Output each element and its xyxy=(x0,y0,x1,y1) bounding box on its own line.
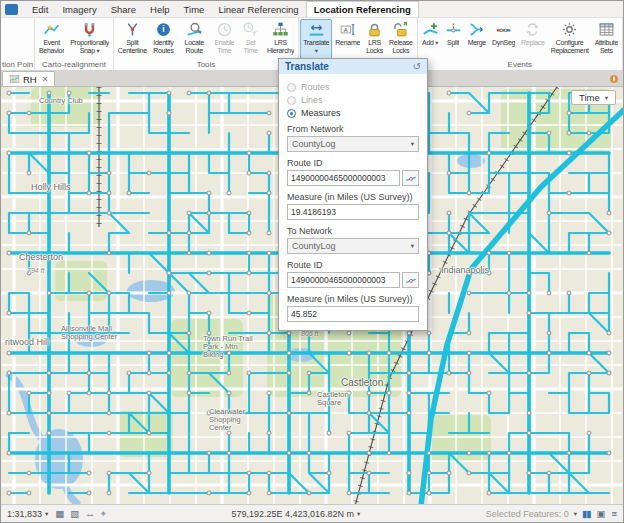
time-filter-dropdown[interactable]: Time ▾ xyxy=(571,90,616,105)
tab-time[interactable]: Time xyxy=(177,2,212,17)
enable-time-icon xyxy=(216,21,233,38)
to-network-combo[interactable]: CountyLog ▾ xyxy=(287,238,419,254)
group-caption: Carto-realignment xyxy=(36,59,112,70)
to-network-label: To Network xyxy=(287,226,419,236)
option-lines: Lines xyxy=(287,95,419,105)
add-button[interactable]: Add ▾ xyxy=(419,19,442,59)
merge-icon xyxy=(468,21,485,38)
option-routes: Routes xyxy=(287,82,419,92)
button-label: Split xyxy=(447,39,459,55)
group-caption: Events xyxy=(419,59,621,70)
from-route-picker-button[interactable] xyxy=(402,170,419,186)
routes-radio[interactable] xyxy=(287,83,296,92)
close-icon[interactable]: ✕ xyxy=(42,75,49,84)
tab-edit[interactable]: Edit xyxy=(25,2,55,17)
chevron-down-icon: ▾ xyxy=(605,94,608,102)
button-label: Proportionally Snap ▾ xyxy=(70,39,109,55)
to-measure-label: Measure (in Miles (US Survey)) xyxy=(287,294,419,304)
button-label: Merge xyxy=(468,39,486,55)
snap-target-icon[interactable]: ⌖ xyxy=(101,509,106,519)
status-bar: 1:31,833▾ ▦▧↔⌖ 579,192.25E 4,423,016.82N… xyxy=(1,504,623,522)
tab-linear-referencing[interactable]: Linear Referencing xyxy=(211,2,305,17)
set-time-filter-icon xyxy=(242,21,259,38)
lrs-hierarchy-button[interactable]: LRS Hierarchy xyxy=(264,19,297,59)
button-label: Configure Replacement xyxy=(551,39,589,55)
tab-imagery[interactable]: Imagery xyxy=(55,2,103,17)
merge-button[interactable]: Merge xyxy=(465,19,489,59)
from-measure-label: Measure (in Miles (US Survey)) xyxy=(287,192,419,202)
to-measure-input[interactable] xyxy=(287,306,419,322)
configure-replacement-button[interactable]: Configure Replacement xyxy=(548,19,592,59)
button-label: Enable Time xyxy=(214,39,234,55)
map-scale-select[interactable]: 1:31,833▾ xyxy=(7,509,48,519)
rename-icon: A xyxy=(339,21,356,38)
to-route-id-input[interactable] xyxy=(287,272,400,288)
lrs-locks-icon xyxy=(366,21,383,38)
grid-icon[interactable]: ▦ xyxy=(55,509,64,519)
configure-replacement-icon xyxy=(561,21,578,38)
event-behavior-icon xyxy=(43,21,60,38)
button-label: Split Centerline ▾ xyxy=(118,39,147,55)
button-label: Add ▾ xyxy=(422,39,438,55)
button-label: Locate Route and Measures ▾ xyxy=(180,39,208,55)
map-tab-rh[interactable]: RH ✕ xyxy=(2,71,55,86)
arcgis-pro-window: EditImageryShareHelpTimeLinear Referenci… xyxy=(0,0,624,523)
to-route-id-label: Route ID xyxy=(287,260,419,270)
button-label: Rename xyxy=(335,39,360,55)
to-route-picker-button[interactable] xyxy=(402,272,419,288)
button-label: Translate ▾ xyxy=(303,39,329,55)
translate-button[interactable]: Translate ▾ xyxy=(300,19,332,59)
catalog-pane-icon[interactable] xyxy=(608,73,620,85)
project-icon[interactable] xyxy=(5,4,18,15)
lrs-locks-button[interactable]: LRS Locks xyxy=(363,19,386,59)
measures-radio[interactable] xyxy=(287,109,296,118)
tab-help[interactable]: Help xyxy=(143,2,177,17)
capture-icon[interactable]: ▣ xyxy=(596,509,605,519)
ribbon-group-events: Add ▾Split Merge DynSeg Replace Configur… xyxy=(418,18,623,70)
replace-button[interactable]: Replace xyxy=(518,19,548,59)
svg-text:i: i xyxy=(162,24,164,34)
from-network-label: From Network xyxy=(287,124,419,134)
enable-time-button[interactable]: Enable Time xyxy=(211,19,237,59)
option-label: Measures xyxy=(301,108,341,118)
button-label: Attribute Sets xyxy=(595,39,618,55)
identify-routes-button[interactable]: iIdentify Routes xyxy=(150,19,177,59)
proportionally-snap-button[interactable]: Proportionally Snap ▾ xyxy=(67,19,112,59)
event-behavior-button[interactable]: Event Behavior ▾ xyxy=(36,19,67,59)
menu-icon[interactable]: ≡ xyxy=(611,509,617,519)
ribbon-group-carto-realignment: Event Behavior ▾Proportionally Snap ▾Car… xyxy=(35,18,114,70)
split-centerline-icon xyxy=(124,21,141,38)
map-icon xyxy=(9,74,20,85)
locate-route-and-measures-button[interactable]: Locate Route and Measures ▾ xyxy=(177,19,211,59)
split-centerline-button[interactable]: Split Centerline ▾ xyxy=(115,19,150,59)
split-event-icon xyxy=(445,21,462,38)
attribute-sets-button[interactable]: Attribute Sets xyxy=(592,19,621,59)
option-label: Routes xyxy=(301,82,330,92)
button-label: Identify Routes xyxy=(153,39,174,55)
tab-share[interactable]: Share xyxy=(104,2,143,17)
chevron-down-icon: ▾ xyxy=(411,140,414,148)
from-route-id-label: Route ID xyxy=(287,158,419,168)
proportionally-snap-icon xyxy=(81,21,98,38)
from-route-id-input[interactable] xyxy=(287,170,400,186)
from-network-combo[interactable]: CountyLog ▾ xyxy=(287,136,419,152)
layers-icon[interactable]: ▧ xyxy=(70,509,79,519)
time-button-label: Time xyxy=(579,92,600,103)
pause-icon[interactable]: ▮▮ xyxy=(582,509,590,519)
rename-button[interactable]: ARename xyxy=(332,19,363,59)
from-network-value: CountyLog xyxy=(292,139,336,149)
coordinates-display[interactable]: 579,192.25E 4,423,016.82N m▾ xyxy=(231,509,360,519)
reset-icon[interactable]: ↺ xyxy=(413,61,421,72)
to-network-value: CountyLog xyxy=(292,241,336,251)
release-locks-button[interactable]: Release Locks xyxy=(386,19,416,59)
button-label: DynSeg xyxy=(492,39,515,55)
set-time-filter-button[interactable]: Set Time Filter xyxy=(237,19,264,59)
ribbon-tab-bar: EditImageryShareHelpTimeLinear Referenci… xyxy=(1,1,623,18)
lines-radio[interactable] xyxy=(287,96,296,105)
button-label: LRS Hierarchy xyxy=(267,39,294,55)
from-measure-input[interactable] xyxy=(287,204,419,220)
split-button[interactable]: Split xyxy=(442,19,465,59)
tab-location-referencing[interactable]: Location Referencing xyxy=(306,1,419,17)
pan-icon[interactable]: ↔ xyxy=(85,509,95,519)
dynseg-button[interactable]: DynSeg xyxy=(489,19,518,59)
